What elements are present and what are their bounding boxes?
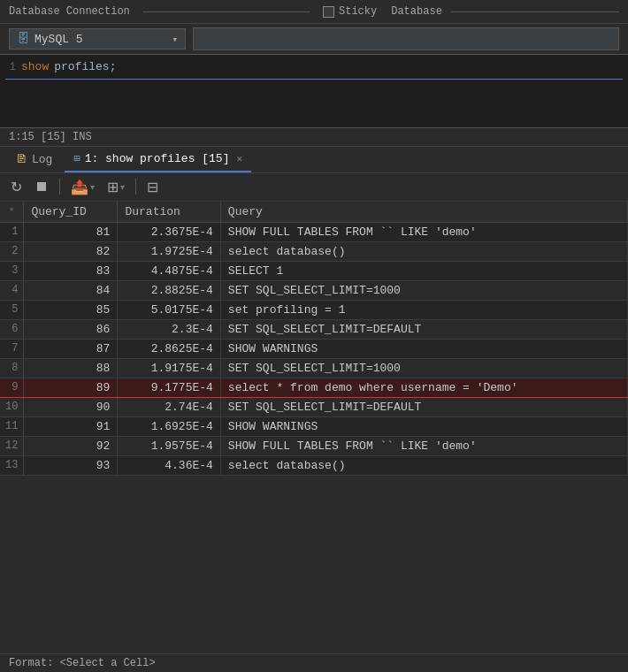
cell-duration: 1.9175E-4 <box>118 358 220 378</box>
database-label: Database <box>391 5 442 18</box>
cell-rownum: 1 <box>0 222 24 241</box>
table-row[interactable]: 9899.1775E-4select * from demo where use… <box>0 378 628 397</box>
table-row[interactable]: 13934.36E-4select database() <box>0 455 628 475</box>
connection-row: 🗄 MySQL 5 ▾ <box>0 24 628 54</box>
cell-rownum: 2 <box>0 241 24 261</box>
cell-queryid: 90 <box>24 397 118 416</box>
cell-rownum: 7 <box>0 339 24 358</box>
calc-button[interactable]: ⊟ <box>143 177 162 197</box>
table-row[interactable]: 1812.3675E-4SHOW FULL TABLES FROM `` LIK… <box>0 222 628 241</box>
stop-icon: ⏹ <box>34 179 49 195</box>
cell-query: set profiling = 1 <box>220 300 627 319</box>
cell-queryid: 84 <box>24 280 118 300</box>
col-header-queryid[interactable]: Query_ID <box>24 202 118 223</box>
db-select-name: MySQL 5 <box>34 33 166 46</box>
table-row[interactable]: 5855.0175E-4set profiling = 1 <box>0 300 628 319</box>
calc-icon: ⊟ <box>147 179 158 195</box>
sticky-area: Sticky <box>323 5 377 18</box>
tab-profiles-label: 1: show profiles [15] <box>85 152 230 165</box>
table-row[interactable]: 7872.8625E-4SHOW WARNINGS <box>0 339 628 358</box>
cell-queryid: 87 <box>24 339 118 358</box>
table-row[interactable]: 2821.9725E-4select database() <box>0 241 628 261</box>
sticky-label: Sticky <box>339 5 377 18</box>
cell-query: select database() <box>220 241 627 261</box>
cell-queryid: 81 <box>24 222 118 241</box>
cell-queryid: 82 <box>24 241 118 261</box>
cursor-position: 1:15 [15] INS <box>9 131 92 143</box>
cell-duration: 2.3E-4 <box>118 319 220 339</box>
export-button[interactable]: 📤 ▾ <box>67 177 98 197</box>
db-input-box[interactable] <box>193 27 619 50</box>
cell-rownum: 12 <box>0 436 24 455</box>
sql-text-1: profiles; <box>54 58 116 77</box>
format-status: Format: <Select a Cell> <box>9 657 156 669</box>
sticky-checkbox[interactable] <box>323 6 334 18</box>
sql-editor[interactable]: 1 show profiles; <box>0 54 628 128</box>
results-table: * Query_ID Duration Query 1812.3675E-4SH… <box>0 202 628 476</box>
table-row[interactable]: 4842.8825E-4SET SQL_SELECT_LIMIT=1000 <box>0 280 628 300</box>
tab-log[interactable]: 🖹 Log <box>7 148 61 172</box>
table-row[interactable]: 3834.4875E-4SELECT 1 <box>0 261 628 280</box>
cell-queryid: 91 <box>24 416 118 436</box>
results-toolbar: ↻ ⏹ 📤 ▾ ⊞ ▾ ⊟ <box>0 173 628 202</box>
divider-line <box>142 11 310 12</box>
refresh-button[interactable]: ↻ <box>7 177 26 197</box>
keyword-show: show <box>21 58 49 77</box>
chevron-down-icon: ▾ <box>172 34 178 45</box>
editor-empty-area[interactable] <box>5 80 623 124</box>
cell-duration: 4.36E-4 <box>118 455 220 475</box>
toolbar-separator-1 <box>59 179 60 195</box>
stop-button[interactable]: ⏹ <box>31 177 52 196</box>
log-icon: 🖹 <box>16 153 27 166</box>
cell-queryid: 86 <box>24 319 118 339</box>
col-header-rownum[interactable]: * <box>0 202 24 223</box>
tab-close-icon[interactable]: ✕ <box>236 153 242 164</box>
col-header-duration[interactable]: Duration <box>118 202 220 223</box>
table-row[interactable]: 12921.9575E-4SHOW FULL TABLES FROM `` LI… <box>0 436 628 455</box>
db-connection-label: Database Connection <box>9 5 130 18</box>
cell-query: SHOW FULL TABLES FROM `` LIKE 'demo' <box>220 222 627 241</box>
cell-duration: 5.0175E-4 <box>118 300 220 319</box>
cell-query: select * from demo where username = 'Dem… <box>220 378 627 397</box>
table-header-row: * Query_ID Duration Query <box>0 202 628 223</box>
table-row[interactable]: 6862.3E-4SET SQL_SELECT_LIMIT=DEFAULT <box>0 319 628 339</box>
tab-profiles[interactable]: ⊞ 1: show profiles [15] ✕ <box>65 147 251 172</box>
db-select-dropdown[interactable]: 🗄 MySQL 5 ▾ <box>9 28 186 50</box>
cell-rownum: 13 <box>0 455 24 475</box>
line-number-1: 1 <box>5 59 16 76</box>
bottom-status-bar: Format: <Select a Cell> <box>0 653 628 672</box>
results-section: 🖹 Log ⊞ 1: show profiles [15] ✕ ↻ ⏹ 📤 ▾ <box>0 147 628 672</box>
cell-rownum: 3 <box>0 261 24 280</box>
table-row[interactable]: 8881.9175E-4SET SQL_SELECT_LIMIT=1000 <box>0 358 628 378</box>
cell-queryid: 89 <box>24 378 118 397</box>
cell-duration: 2.3675E-4 <box>118 222 220 241</box>
cell-queryid: 85 <box>24 300 118 319</box>
cell-queryid: 92 <box>24 436 118 455</box>
cell-duration: 4.4875E-4 <box>118 261 220 280</box>
table-row[interactable]: 11911.6925E-4SHOW WARNINGS <box>0 416 628 436</box>
cell-duration: 1.9575E-4 <box>118 436 220 455</box>
cell-rownum: 5 <box>0 300 24 319</box>
grid-view-icon: ⊞ <box>107 179 119 195</box>
cell-query: SET SQL_SELECT_LIMIT=1000 <box>220 358 627 378</box>
cell-duration: 2.74E-4 <box>118 397 220 416</box>
cell-rownum: 4 <box>0 280 24 300</box>
cell-duration: 2.8625E-4 <box>118 339 220 358</box>
tabs-row: 🖹 Log ⊞ 1: show profiles [15] ✕ <box>0 147 628 173</box>
cell-query: SET SQL_SELECT_LIMIT=DEFAULT <box>220 319 627 339</box>
cell-query: SHOW WARNINGS <box>220 416 627 436</box>
cell-rownum: 8 <box>0 358 24 378</box>
col-header-query[interactable]: Query <box>220 202 627 223</box>
table-row[interactable]: 10902.74E-4SET SQL_SELECT_LIMIT=DEFAULT <box>0 397 628 416</box>
cell-rownum: 9 <box>0 378 24 397</box>
db-line <box>451 11 619 12</box>
cell-rownum: 10 <box>0 397 24 416</box>
db-select-icon: 🗄 <box>17 32 29 46</box>
grid-view-button[interactable]: ⊞ ▾ <box>103 177 128 197</box>
cell-rownum: 11 <box>0 416 24 436</box>
export-icon: 📤 <box>71 179 88 195</box>
db-connection-bar: Database Connection Sticky Database <box>0 0 628 24</box>
refresh-icon: ↻ <box>11 179 22 195</box>
cell-duration: 9.1775E-4 <box>118 378 220 397</box>
results-container[interactable]: * Query_ID Duration Query 1812.3675E-4SH… <box>0 202 628 653</box>
